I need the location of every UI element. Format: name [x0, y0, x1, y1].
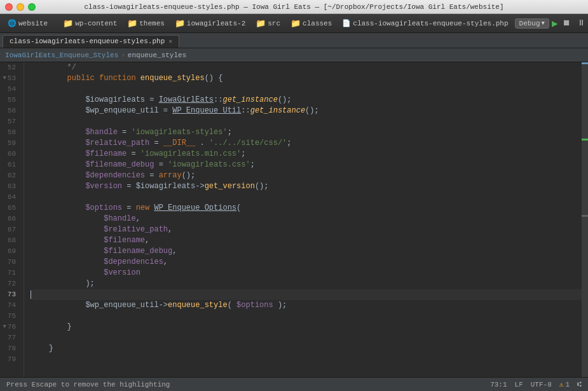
gutter-line-56: 56	[0, 106, 20, 116]
debug-button[interactable]: Debug ▼	[515, 18, 549, 29]
toolbar-item-website[interactable]: 🌐 website	[4, 18, 51, 29]
fold-icon-53[interactable]: ▼	[3, 73, 6, 84]
gutter-line-70: 70	[0, 257, 20, 268]
toolbar-item-file[interactable]: 📄 class-iowagirleats-enqueue-styles.php	[338, 18, 512, 29]
line-number-gutter: 52 ▼53 54 55 56 57 58 59 60 61 62 63 64 …	[0, 62, 24, 377]
gutter-line-64: 64	[0, 192, 20, 203]
breadcrumb-method[interactable]: enqueue_styles	[128, 51, 186, 59]
run-button[interactable]: ▶	[552, 17, 558, 30]
gutter-line-59: 59	[0, 138, 20, 149]
code-line-65: $options = new WP_Enqueue_Options(	[31, 203, 582, 214]
gutter-line-75: 75	[0, 311, 20, 322]
gutter-line-53: ▼53	[0, 73, 20, 84]
gutter-line-77: 77	[0, 333, 20, 343]
gutter-line-78: 78	[0, 343, 20, 354]
code-line-75	[31, 311, 582, 322]
gutter-line-62: 62	[0, 170, 20, 181]
title-bar: class-iowagirleats-enqueue-styles.php — …	[0, 0, 588, 14]
toolbar-website-label: website	[18, 20, 48, 27]
code-line-70: $dependencies,	[31, 257, 582, 268]
code-line-68: $filename,	[31, 235, 582, 246]
code-line-79	[31, 354, 582, 365]
code-line-61: $filename_debug = 'iowagirleats.css';	[31, 160, 582, 170]
fold-icon-76[interactable]: ▼	[3, 322, 6, 333]
gutter-line-74: 74	[0, 300, 20, 311]
gutter-line-61: 61	[0, 160, 20, 170]
code-line-77	[31, 333, 582, 343]
toolbar-right: Debug ▼ ▶ ⏹ ⏸ ⏭ ↓ → ↑ 🔧 🔍	[515, 17, 588, 30]
gutter-line-66: 66	[0, 214, 20, 224]
traffic-lights[interactable]	[5, 3, 36, 11]
code-line-67: $relative_path,	[31, 224, 582, 235]
toolbar-item-iowagirleats[interactable]: 📁 iowagirleats-2	[171, 17, 249, 30]
gutter-line-54: 54	[0, 84, 20, 95]
gutter-line-72: 72	[0, 278, 20, 289]
scroll-marker-1	[582, 62, 588, 64]
scroll-marker-3	[582, 215, 588, 217]
code-line-59: $relative_path = __DIR__ . '../../site/c…	[31, 138, 582, 149]
gutter-line-63: 63	[0, 181, 20, 192]
scroll-marker-2	[582, 139, 588, 141]
file-tab-active[interactable]: class-iowagirleats-enqueue-styles.php ✕	[3, 35, 179, 48]
gutter-line-76: ▼76	[0, 322, 20, 333]
code-line-55: $iowagirleats = IowaGirlEats::get_instan…	[31, 95, 582, 106]
toolbar-item-classes[interactable]: 📁 classes	[287, 17, 336, 30]
toolbar-item-themes[interactable]: 📁 themes	[123, 17, 168, 30]
folder-icon-5: 📁	[291, 18, 301, 29]
gutter-line-73: 73	[0, 289, 20, 300]
code-52-content: */	[31, 62, 76, 73]
code-line-57	[31, 116, 582, 127]
code-line-54	[31, 84, 582, 95]
code-line-64	[31, 192, 582, 203]
folder-icon-2: 📁	[127, 18, 137, 29]
gutter-line-79: 79	[0, 354, 20, 365]
code-area[interactable]: */ public function enqueue_styles() { $i…	[24, 62, 582, 377]
code-line-56: $wp_enqueue_util = WP_Enqueue_Util::get_…	[31, 106, 582, 116]
gutter-line-68: 68	[0, 235, 20, 246]
warning-count: 1	[565, 381, 570, 388]
toolbar-icon-1[interactable]: ⏹	[561, 17, 573, 29]
code-line-63: $version = $iowagirleats->get_version();	[31, 181, 582, 192]
file-tab-close-icon[interactable]: ✕	[168, 38, 172, 45]
toolbar-file-label: class-iowagirleats-enqueue-styles.php	[353, 20, 508, 27]
folder-icon-1: 📁	[63, 18, 73, 29]
scroll-indicator-panel	[582, 62, 588, 377]
code-line-72: );	[31, 278, 582, 289]
status-warning: ⚠ 1	[559, 380, 570, 388]
toolbar-item-src[interactable]: 📁 src	[252, 17, 284, 30]
folder-icon-3: 📁	[175, 18, 185, 29]
toolbar-icon-2[interactable]: ⏸	[575, 17, 587, 29]
close-button[interactable]	[5, 3, 13, 11]
gutter-line-65: 65	[0, 203, 20, 214]
debug-chevron-icon: ▼	[542, 20, 545, 27]
cursor-position: 73:1	[490, 381, 507, 388]
code-line-60: $filename = 'iowagirleats.min.css';	[31, 149, 582, 160]
code-line-74: $wp_enqueue_util->enqueue_style( $option…	[31, 300, 582, 311]
status-bar: Press Escape to remove the highlighting …	[0, 377, 588, 391]
toolbar-item-wp-content[interactable]: 📁 wp-content	[59, 17, 121, 30]
maximize-button[interactable]	[28, 3, 36, 11]
toolbar-iowagirleats-label: iowagirleats-2	[187, 20, 245, 27]
code-line-69: $filename_debug,	[31, 246, 582, 257]
status-right: 73:1 LF UTF-8 ⚠ 1 ⑆	[490, 380, 582, 388]
minimize-button[interactable]	[17, 3, 24, 11]
code-lines: */ public function enqueue_styles() { $i…	[24, 62, 582, 365]
code-line-58: $handle = 'iowagirleats-styles';	[31, 127, 582, 138]
toolbar-classes-label: classes	[303, 20, 332, 27]
debug-label: Debug	[519, 20, 540, 27]
toolbar-wp-content-label: wp-content	[75, 20, 117, 27]
breadcrumb-class[interactable]: IowaGirlEats_Enqueue_Styles	[5, 51, 118, 59]
breadcrumb: IowaGirlEats_Enqueue_Styles › enqueue_st…	[0, 48, 588, 62]
gutter-line-69: 69	[0, 246, 20, 257]
gutter-line-60: 60	[0, 149, 20, 160]
gutter-line-67: 67	[0, 224, 20, 235]
git-icon: ⑆	[577, 381, 582, 388]
text-cursor	[31, 291, 31, 299]
code-line-73	[31, 289, 582, 300]
encoding: UTF-8	[531, 381, 552, 388]
code-line-66: $handle,	[31, 214, 582, 224]
code-line-53: public function enqueue_styles() {	[31, 73, 582, 84]
toolbar-src-label: src	[268, 20, 280, 27]
code-line-52: */	[31, 62, 582, 73]
code-line-78: }	[31, 343, 582, 354]
